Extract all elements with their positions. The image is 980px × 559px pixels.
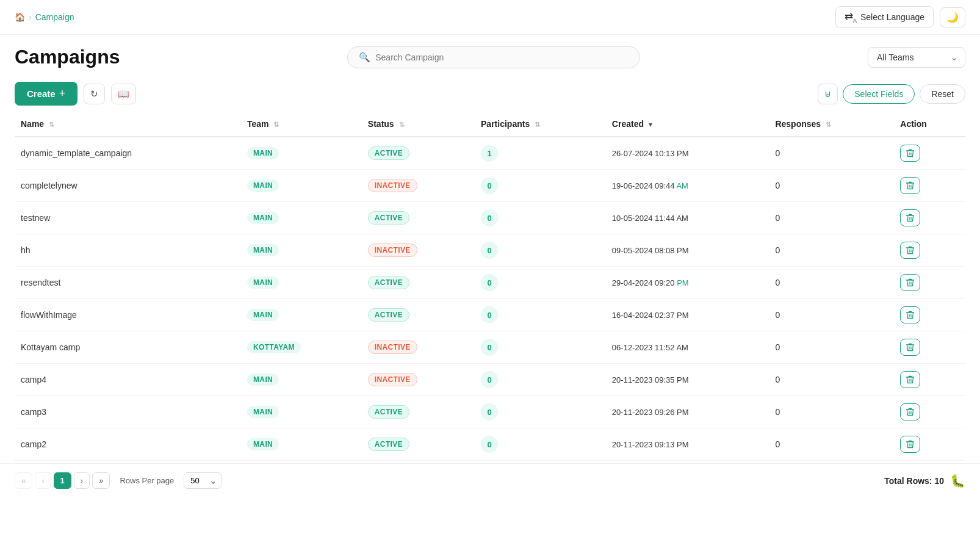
cell-responses: 0 (769, 364, 894, 396)
participants-count: 0 (481, 177, 498, 194)
table-row: flowWithImageMAINACTIVE016-04-2024 02:37… (15, 299, 965, 331)
cell-status: ACTIVE (362, 428, 475, 461)
status-badge: INACTIVE (368, 179, 417, 192)
team-badge: MAIN (247, 309, 279, 321)
delete-button[interactable] (900, 339, 920, 356)
cell-name: Kottayam camp (15, 331, 241, 364)
delete-button[interactable] (900, 177, 920, 194)
col-name[interactable]: Name ⇅ (15, 112, 241, 137)
status-badge: ACTIVE (368, 438, 409, 451)
team-badge: KOTTAYAM (247, 341, 301, 353)
page-1-button[interactable]: 1 (54, 472, 71, 489)
delete-button[interactable] (900, 436, 920, 453)
cell-status: ACTIVE (362, 299, 475, 331)
cell-action (894, 234, 965, 267)
cell-action (894, 396, 965, 428)
toolbar-right: ⊎ Select Fields Reset (818, 84, 965, 104)
first-page-button[interactable]: « (15, 472, 32, 489)
teams-select-wrap: All Teams MAIN KOTTAYAM (868, 47, 965, 68)
last-page-button[interactable]: » (92, 472, 110, 489)
col-created[interactable]: Created ▾ (606, 112, 769, 137)
cell-team: KOTTAYAM (241, 331, 362, 364)
cell-responses: 0 (769, 202, 894, 234)
participants-count: 0 (481, 436, 498, 453)
participants-count: 1 (481, 145, 498, 162)
cell-team: MAIN (241, 428, 362, 461)
cell-action (894, 331, 965, 364)
campaigns-table: Name ⇅ Team ⇅ Status ⇅ Participants ⇅ Cr… (15, 112, 965, 461)
breadcrumb: 🏠 › Campaign (15, 12, 74, 22)
refresh-icon: ↻ (90, 88, 98, 99)
create-button[interactable]: Create + (15, 82, 77, 106)
filter-button[interactable]: ⊎ (818, 84, 838, 104)
team-badge: MAIN (247, 438, 279, 450)
next-page-button[interactable]: › (74, 472, 90, 489)
delete-button[interactable] (900, 209, 920, 226)
cell-participants: 0 (475, 202, 606, 234)
cell-team: MAIN (241, 234, 362, 267)
cell-responses: 0 (769, 234, 894, 267)
cell-name: camp2 (15, 428, 241, 461)
cell-name: camp3 (15, 396, 241, 428)
select-fields-button[interactable]: Select Fields (843, 84, 915, 104)
delete-button[interactable] (900, 145, 920, 162)
cell-responses: 0 (769, 267, 894, 299)
team-badge: MAIN (247, 147, 279, 159)
cell-team: MAIN (241, 137, 362, 170)
refresh-button[interactable]: ↻ (84, 84, 105, 104)
cell-team: MAIN (241, 267, 362, 299)
col-team[interactable]: Team ⇅ (241, 112, 362, 137)
cell-name: hh (15, 234, 241, 267)
page-title: Campaigns (15, 46, 120, 68)
delete-button[interactable] (900, 242, 920, 259)
cell-participants: 0 (475, 299, 606, 331)
cell-status: ACTIVE (362, 396, 475, 428)
dark-mode-button[interactable]: 🌙 (940, 7, 965, 27)
filter-icon: ⊎ (824, 88, 831, 99)
team-badge: MAIN (247, 212, 279, 224)
cell-action (894, 364, 965, 396)
col-responses[interactable]: Responses ⇅ (769, 112, 894, 137)
table-row: hhMAININACTIVE009-05-2024 08:08 PM0 (15, 234, 965, 267)
cell-participants: 0 (475, 331, 606, 364)
cell-action (894, 267, 965, 299)
status-badge: ACTIVE (368, 146, 409, 160)
toolbar: Create + ↻ 📖 ⊎ Select Fields Reset (0, 76, 980, 112)
teams-select[interactable]: All Teams MAIN KOTTAYAM (868, 47, 965, 68)
delete-button[interactable] (900, 306, 920, 323)
col-participants[interactable]: Participants ⇅ (475, 112, 606, 137)
bug-icon[interactable]: 🐛 (950, 474, 965, 488)
cell-responses: 0 (769, 137, 894, 170)
toolbar-left: Create + ↻ 📖 (15, 82, 136, 106)
search-icon: 🔍 (359, 52, 370, 63)
cell-action (894, 428, 965, 461)
table-row: Kottayam campKOTTAYAMINACTIVE006-12-2023… (15, 331, 965, 364)
status-badge: ACTIVE (368, 211, 409, 225)
home-icon[interactable]: 🏠 (15, 12, 25, 22)
book-icon: 📖 (118, 88, 129, 99)
language-button[interactable]: ⇄A Select Language (835, 6, 934, 28)
participants-count: 0 (481, 371, 498, 388)
delete-button[interactable] (900, 274, 920, 291)
language-icon: ⇄A (845, 10, 857, 24)
cell-name: resendtest (15, 267, 241, 299)
prev-page-button[interactable]: ‹ (35, 472, 51, 489)
cell-participants: 0 (475, 396, 606, 428)
cell-created: 16-04-2024 02:37 PM (606, 299, 769, 331)
create-label: Create (27, 88, 56, 99)
page-controls: « ‹ 1 › » (15, 472, 110, 489)
col-status[interactable]: Status ⇅ (362, 112, 475, 137)
status-badge: ACTIVE (368, 405, 409, 419)
table-header-row: Name ⇅ Team ⇅ Status ⇅ Participants ⇅ Cr… (15, 112, 965, 137)
book-button[interactable]: 📖 (111, 84, 136, 104)
search-input[interactable] (375, 52, 629, 62)
delete-button[interactable] (900, 371, 920, 388)
rows-per-page-select[interactable]: 50 25 100 (184, 472, 222, 489)
delete-button[interactable] (900, 403, 920, 420)
table-row: camp3MAINACTIVE020-11-2023 09:26 PM0 (15, 396, 965, 428)
reset-button[interactable]: Reset (920, 84, 965, 104)
page-header: Campaigns 🔍 All Teams MAIN KOTTAYAM (0, 35, 980, 76)
plus-icon: + (59, 87, 66, 100)
team-badge: MAIN (247, 276, 279, 289)
cell-created: 20-11-2023 09:26 PM (606, 396, 769, 428)
